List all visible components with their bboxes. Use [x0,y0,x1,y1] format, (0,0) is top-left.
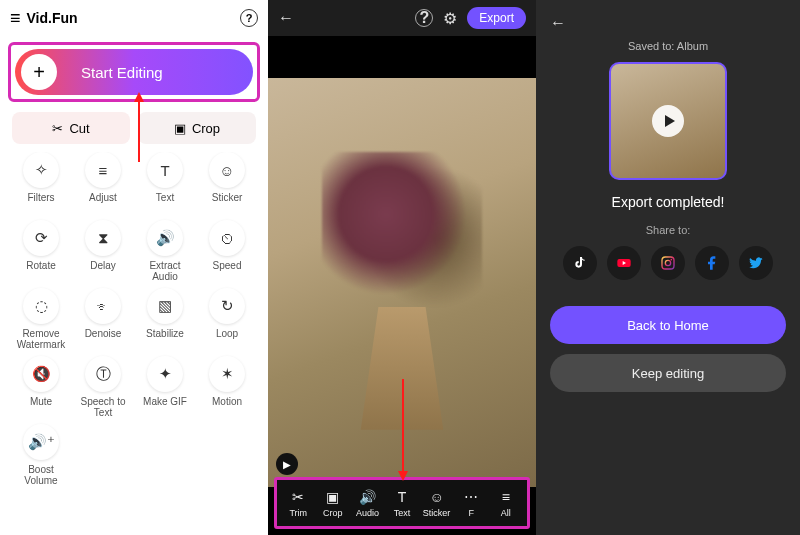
toolbar-filter[interactable]: ⋯F [454,489,489,518]
help-icon[interactable]: ? [415,9,433,27]
saved-to-label: Saved to: Album [550,40,786,52]
toolbar-label: Trim [289,508,307,518]
stabilize-icon: ▧ [147,288,183,324]
delay-icon: ⧗ [85,220,121,256]
toolbar-label: Crop [323,508,343,518]
tool-denoise[interactable]: ᯤDenoise [72,288,134,354]
tool-speed[interactable]: ⏲Speed [196,220,258,286]
text-icon: T [147,152,183,188]
tool-stabilize[interactable]: ▧Stabilize [134,288,196,354]
share-youtube[interactable] [607,246,641,280]
mute-icon: 🔇 [23,356,59,392]
export-thumbnail[interactable] [609,62,727,180]
remove-watermark-icon: ◌ [23,288,59,324]
tool-label: Adjust [89,192,117,203]
tool-label: Motion [212,396,242,407]
share-twitter[interactable] [739,246,773,280]
home-topbar: ≡ Vid.Fun ? [0,0,268,36]
tool-boost-volume[interactable]: 🔊⁺Boost Volume [10,424,72,490]
tool-sticker[interactable]: ☺Sticker [196,152,258,218]
back-to-home-button[interactable]: Back to Home [550,306,786,344]
tool-adjust[interactable]: ≡Adjust [72,152,134,218]
export-topbar: ← [550,10,786,36]
export-completed-label: Export completed! [550,194,786,210]
cut-button[interactable]: ✂ Cut [12,112,130,144]
tool-label: Delay [90,260,116,271]
tool-mute[interactable]: 🔇Mute [10,356,72,422]
tool-label: Speech to Text [74,396,132,418]
tool-label: Mute [30,396,52,407]
help-icon[interactable]: ? [240,9,258,27]
toolbar-text[interactable]: TText [385,489,420,518]
back-icon[interactable]: ← [550,14,566,32]
tool-grid: ✧Filters≡AdjustTText☺Sticker⟳Rotate⧗Dela… [0,152,268,535]
audio-icon: 🔊 [359,489,376,505]
denoise-icon: ᯤ [85,288,121,324]
tool-label: Rotate [26,260,55,271]
tool-rotate[interactable]: ⟳Rotate [10,220,72,286]
keep-editing-button[interactable]: Keep editing [550,354,786,392]
svg-rect-1 [662,257,674,269]
boost-volume-icon: 🔊⁺ [23,424,59,460]
trim-icon: ✂ [292,489,304,505]
tool-label: Boost Volume [12,464,70,486]
share-tiktok[interactable] [563,246,597,280]
all-icon: ≡ [502,489,510,505]
start-editing-button[interactable]: + Start Editing [15,49,253,95]
editor-panel: ← ? ⚙ Export ▶ ✂Trim▣Crop🔊AudioTText☺Sti… [268,0,536,535]
toolbar-label: F [468,508,474,518]
text-icon: T [398,489,407,505]
tool-speech-to-text[interactable]: ⓉSpeech to Text [72,356,134,422]
tool-remove-watermark[interactable]: ◌Remove Watermark [10,288,72,354]
app-title: Vid.Fun [27,10,240,26]
cut-label: Cut [69,121,89,136]
tool-text[interactable]: TText [134,152,196,218]
back-icon[interactable]: ← [278,9,294,27]
filter-icon: ⋯ [464,489,478,505]
share-instagram[interactable] [651,246,685,280]
toolbar-all[interactable]: ≡All [488,489,523,518]
crop-button[interactable]: ▣ Crop [138,112,256,144]
toolbar-audio[interactable]: 🔊Audio [350,489,385,518]
export-button[interactable]: Export [467,7,526,29]
menu-icon[interactable]: ≡ [10,8,21,29]
toolbar-label: Text [394,508,411,518]
svg-point-2 [665,260,670,265]
toolbar-sticker[interactable]: ☺Sticker [419,489,454,518]
tool-filters[interactable]: ✧Filters [10,152,72,218]
motion-icon: ✶ [209,356,245,392]
tool-motion[interactable]: ✶Motion [196,356,258,422]
sticker-icon: ☺ [429,489,443,505]
speech-to-text-icon: Ⓣ [85,356,121,392]
toolbar-trim[interactable]: ✂Trim [281,489,316,518]
svg-point-3 [671,259,673,261]
export-panel: ← Saved to: Album Export completed! Shar… [536,0,800,535]
tool-label: Remove Watermark [12,328,70,350]
adjust-icon: ≡ [85,152,121,188]
home-panel: ≡ Vid.Fun ? + Start Editing ✂ Cut ▣ Crop… [0,0,268,535]
tool-make-gif[interactable]: ✦Make GIF [134,356,196,422]
toolbar-crop[interactable]: ▣Crop [316,489,351,518]
tool-label: Loop [216,328,238,339]
crop-icon: ▣ [326,489,339,505]
tool-loop[interactable]: ↻Loop [196,288,258,354]
tool-label: Make GIF [143,396,187,407]
crop-icon: ▣ [174,121,186,136]
settings-icon[interactable]: ⚙ [443,9,457,28]
make-gif-icon: ✦ [147,356,183,392]
tool-label: Extract Audio [136,260,194,282]
toolbar-label: All [501,508,511,518]
scissors-icon: ✂ [52,121,63,136]
play-button[interactable]: ▶ [276,453,298,475]
share-to-label: Share to: [550,224,786,236]
tool-delay[interactable]: ⧗Delay [72,220,134,286]
share-facebook[interactable] [695,246,729,280]
loop-icon: ↻ [209,288,245,324]
play-icon[interactable] [652,105,684,137]
annotation-arrow-down [402,379,404,473]
tool-extract-audio[interactable]: 🔊Extract Audio [134,220,196,286]
cut-crop-row: ✂ Cut ▣ Crop [0,112,268,152]
tool-label: Sticker [212,192,243,203]
social-row [550,246,786,280]
crop-label: Crop [192,121,220,136]
